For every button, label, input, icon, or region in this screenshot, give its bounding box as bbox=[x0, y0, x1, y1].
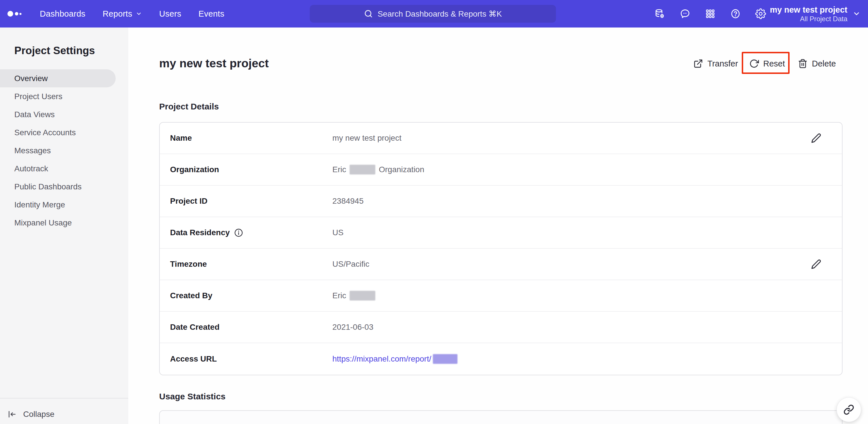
logo-dot-small bbox=[20, 13, 22, 15]
search-placeholder: Search Dashboards & Reports ⌘K bbox=[378, 9, 502, 19]
sidebar-item-overview[interactable]: Overview bbox=[0, 69, 116, 87]
row-name: Name my new test project bbox=[160, 123, 842, 154]
top-navigation-bar: Dashboards Reports Users Events Search D… bbox=[0, 0, 868, 28]
row-value-prefix: Eric bbox=[332, 291, 346, 300]
sidebar-title: Project Settings bbox=[14, 45, 95, 57]
access-url-link[interactable]: https://mixpanel.com/report/ bbox=[332, 355, 431, 364]
project-selector[interactable]: my new test project All Project Data bbox=[770, 0, 861, 28]
row-label: Project ID bbox=[170, 197, 332, 206]
apps-grid-icon[interactable] bbox=[705, 8, 716, 20]
nav-events[interactable]: Events bbox=[198, 9, 224, 19]
sidebar-item-label: Messages bbox=[14, 146, 51, 155]
row-access-url: Access URL https://mixpanel.com/report/ bbox=[160, 343, 842, 375]
mixpanel-dots-logo[interactable] bbox=[7, 0, 35, 28]
settings-icon[interactable] bbox=[755, 8, 766, 20]
topbar-icon-group bbox=[654, 0, 766, 28]
redacted-text bbox=[349, 165, 375, 174]
search-icon bbox=[364, 9, 373, 18]
row-value: US bbox=[332, 228, 344, 237]
settings-sidebar: Project Settings Overview Project Users … bbox=[0, 28, 128, 424]
sidebar-divider bbox=[0, 398, 128, 398]
usage-statistics-heading: Usage Statistics bbox=[159, 392, 225, 401]
nav-users-label: Users bbox=[159, 9, 181, 19]
page-title: my new test project bbox=[159, 57, 269, 70]
feedback-icon[interactable] bbox=[679, 8, 691, 20]
collapse-sidebar-button[interactable]: Collapse bbox=[7, 408, 54, 421]
row-label: Date Created bbox=[170, 322, 332, 332]
sidebar-item-label: Identity Merge bbox=[14, 200, 65, 209]
chevron-down-icon bbox=[136, 10, 142, 17]
transfer-label: Transfer bbox=[707, 59, 738, 68]
row-value-suffix: Organization bbox=[379, 165, 424, 174]
sidebar-item-label: Service Accounts bbox=[14, 128, 76, 137]
row-label: Timezone bbox=[170, 259, 332, 269]
row-label: Organization bbox=[170, 165, 332, 174]
primary-nav: Dashboards Reports Users Events bbox=[40, 0, 224, 28]
link-icon bbox=[843, 404, 854, 415]
sidebar-item-autotrack[interactable]: Autotrack bbox=[0, 160, 128, 178]
delete-label: Delete bbox=[812, 59, 836, 68]
row-value: my new test project bbox=[332, 134, 401, 143]
sidebar-item-messages[interactable]: Messages bbox=[0, 142, 128, 160]
pencil-icon bbox=[811, 259, 822, 269]
nav-reports-label: Reports bbox=[102, 9, 132, 19]
external-link-icon bbox=[693, 59, 703, 68]
row-label: Created By bbox=[170, 291, 332, 300]
logo-dot-large bbox=[7, 11, 13, 17]
sidebar-item-label: Mixpanel Usage bbox=[14, 218, 72, 227]
usage-statistics-card bbox=[159, 410, 842, 424]
pencil-icon bbox=[811, 133, 822, 143]
help-icon[interactable] bbox=[730, 8, 741, 20]
collapse-icon bbox=[7, 410, 16, 419]
delete-button[interactable]: Delete bbox=[798, 56, 836, 71]
row-date-created: Date Created 2021-06-03 bbox=[160, 312, 842, 343]
search-input[interactable]: Search Dashboards & Reports ⌘K bbox=[310, 5, 556, 23]
nav-events-label: Events bbox=[198, 9, 224, 19]
row-value: 2021-06-03 bbox=[332, 322, 373, 332]
reset-button[interactable]: Reset bbox=[749, 56, 785, 71]
sidebar-item-project-users[interactable]: Project Users bbox=[0, 87, 128, 106]
transfer-button[interactable]: Transfer bbox=[693, 56, 738, 71]
row-project-id: Project ID 2384945 bbox=[160, 186, 842, 217]
row-organization: Organization Eric Organization bbox=[160, 154, 842, 186]
sidebar-item-label: Public Dashboards bbox=[14, 182, 82, 191]
nav-reports[interactable]: Reports bbox=[102, 9, 142, 19]
redacted-text bbox=[433, 354, 458, 364]
collapse-label: Collapse bbox=[23, 410, 54, 419]
row-value: US/Pacific bbox=[332, 259, 369, 269]
share-link-button[interactable] bbox=[837, 397, 861, 422]
nav-dashboards-label: Dashboards bbox=[40, 9, 85, 19]
sidebar-item-public-dashboards[interactable]: Public Dashboards bbox=[0, 178, 128, 196]
nav-dashboards[interactable]: Dashboards bbox=[40, 9, 85, 19]
edit-name-button[interactable] bbox=[810, 132, 822, 144]
row-label: Data Residency bbox=[170, 228, 230, 237]
row-value: 2384945 bbox=[332, 197, 364, 206]
sidebar-item-label: Data Views bbox=[14, 110, 55, 119]
project-details-heading: Project Details bbox=[159, 102, 219, 111]
sidebar-nav: Overview Project Users Data Views Servic… bbox=[0, 69, 128, 232]
project-selector-text: my new test project All Project Data bbox=[770, 5, 847, 23]
sidebar-item-label: Autotrack bbox=[14, 164, 48, 173]
nav-users[interactable]: Users bbox=[159, 9, 181, 19]
project-selector-scope: All Project Data bbox=[770, 15, 847, 23]
edit-timezone-button[interactable] bbox=[810, 258, 822, 270]
row-data-residency: Data Residency US bbox=[160, 217, 842, 249]
logo-dot-medium bbox=[15, 12, 18, 16]
reset-label: Reset bbox=[763, 59, 785, 68]
redacted-text bbox=[349, 291, 375, 301]
project-selector-name: my new test project bbox=[770, 5, 847, 15]
chevron-down-icon bbox=[852, 10, 861, 18]
sidebar-item-identity-merge[interactable]: Identity Merge bbox=[0, 196, 128, 214]
sidebar-item-service-accounts[interactable]: Service Accounts bbox=[0, 123, 128, 142]
row-timezone: Timezone US/Pacific bbox=[160, 249, 842, 280]
sidebar-item-label: Project Users bbox=[14, 92, 62, 101]
data-management-icon[interactable] bbox=[654, 8, 665, 20]
info-icon[interactable] bbox=[234, 228, 243, 237]
project-details-card: Name my new test project Organization Er… bbox=[159, 122, 842, 375]
row-value-prefix: Eric bbox=[332, 165, 346, 174]
sidebar-item-data-views[interactable]: Data Views bbox=[0, 106, 128, 123]
refresh-icon bbox=[749, 59, 759, 68]
row-label: Name bbox=[170, 134, 332, 143]
sidebar-item-label: Overview bbox=[14, 74, 48, 83]
sidebar-item-mixpanel-usage[interactable]: Mixpanel Usage bbox=[0, 214, 128, 232]
